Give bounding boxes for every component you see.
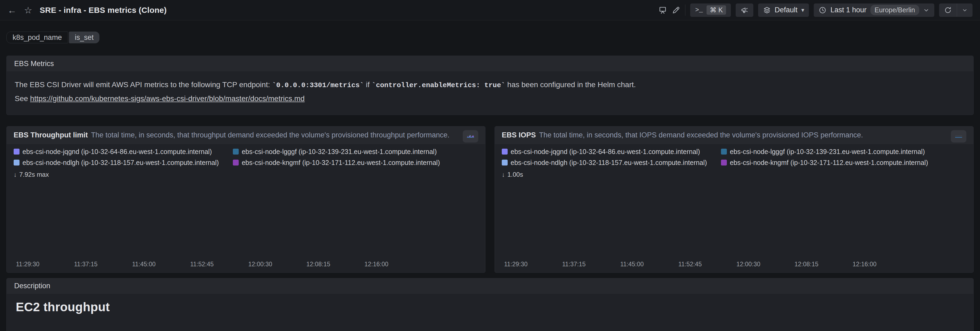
refresh-split-button <box>939 3 972 17</box>
legend-item[interactable]: ebs-csi-node-jqgnd (ip-10-32-64-86.eu-we… <box>502 148 716 156</box>
text-fragment: The EBS CSI Driver will emit AWS API met… <box>15 81 272 89</box>
refresh-sync-icon <box>944 6 952 14</box>
refresh-interval-dropdown[interactable] <box>957 3 972 17</box>
caret-down-icon: ▾ <box>801 7 804 14</box>
legend-color-swatch <box>502 149 508 154</box>
panel-body: EC2 throughput <box>7 294 973 320</box>
layers-icon <box>763 6 771 14</box>
legend-label: ebs-csi-node-kngmf (ip-10-32-171-112.eu-… <box>730 159 928 167</box>
legend-item[interactable]: ebs-csi-node-lgggf (ip-10-32-139-231.eu-… <box>721 148 944 156</box>
panel-header: EBS Throughput limit The total time, in … <box>7 126 485 144</box>
legend-label: ebs-csi-node-ndlgh (ip-10-32-118-157.eu-… <box>511 159 707 167</box>
x-axis-tick-label: 11:45:00 <box>132 261 156 268</box>
legend-item[interactable]: ebs-csi-node-kngmf (ip-10-32-171-112.eu-… <box>721 159 944 167</box>
x-axis-tick-label: 12:16:00 <box>853 261 877 268</box>
x-axis-tick-label: 12:16:00 <box>364 261 388 268</box>
panel-description: The total time, in seconds, that IOPS de… <box>539 131 863 139</box>
arrow-down-icon: ↓ <box>14 171 17 178</box>
panel-body: The EBS CSI Driver will emit AWS API met… <box>7 72 973 115</box>
edit-dashboard-button[interactable] <box>672 6 680 14</box>
text-fragment: has been configured in the Helm chart. <box>505 81 636 89</box>
command-palette-button[interactable]: >_ ⌘ K <box>690 3 730 17</box>
legend: ebs-csi-node-jqgnd (ip-10-32-64-86.eu-we… <box>495 144 973 168</box>
charts-row: EBS Throughput limit The total time, in … <box>6 126 974 273</box>
ebs-iops-panel: EBS IOPS The total time, in seconds, tha… <box>495 126 974 273</box>
clock-icon <box>819 6 827 14</box>
legend-label: ebs-csi-node-jqgnd (ip-10-32-64-86.eu-we… <box>22 148 212 156</box>
metrics-doc-link[interactable]: https://github.com/kubernetes-sigs/aws-e… <box>30 94 305 103</box>
legend-label: ebs-csi-node-lgggf (ip-10-32-139-231.eu-… <box>730 148 925 156</box>
description-panel: Description EC2 throughput <box>6 278 974 331</box>
legend-color-swatch <box>721 149 727 154</box>
arrow-down-icon: ↓ <box>502 171 505 178</box>
x-axis-tick-label: 11:37:15 <box>74 261 97 268</box>
arrow-left-icon: ← <box>8 6 17 15</box>
filter-key-chip[interactable]: k8s_pod_name <box>6 32 68 43</box>
time-range-label: Last 1 hour <box>830 6 866 14</box>
legend-expand-button[interactable] <box>951 130 966 143</box>
refresh-button[interactable] <box>939 3 957 17</box>
legend-color-swatch <box>14 149 19 154</box>
filter-value-chip[interactable]: is_set <box>69 32 100 43</box>
favorite-star-button[interactable]: ☆ <box>24 6 32 15</box>
panel-title: EBS Metrics <box>7 56 973 72</box>
legend-label: ebs-csi-node-kngmf (ip-10-32-171-112.eu-… <box>242 159 440 167</box>
legend-label: ebs-csi-node-lgggf (ip-10-32-139-231.eu-… <box>242 148 437 156</box>
presentation-screen-icon <box>659 6 667 14</box>
legend-expand-button[interactable] <box>463 130 478 143</box>
toolbar-divider <box>685 5 686 16</box>
legend-color-swatch <box>14 160 19 166</box>
legend-item[interactable]: ebs-csi-node-ndlgh (ip-10-32-118-157.eu-… <box>14 159 228 167</box>
announcements-button[interactable] <box>736 3 753 17</box>
timeseries-chart <box>502 180 966 258</box>
variable-default-dropdown[interactable]: Default ▾ <box>758 3 809 17</box>
legend-color-swatch <box>721 160 727 166</box>
adhoc-filters: k8s_pod_name is_set <box>6 32 974 43</box>
ebs-throughput-limit-panel: EBS Throughput limit The total time, in … <box>6 126 485 273</box>
x-axis-tick-label: 11:29:30 <box>504 261 528 268</box>
x-axis-ticks: 11:29:3011:37:1511:45:0011:52:4512:00:30… <box>14 260 478 269</box>
pencil-icon <box>672 6 680 14</box>
x-axis-tick-label: 11:37:15 <box>562 261 586 268</box>
legend: ebs-csi-node-jqgnd (ip-10-32-64-86.eu-we… <box>7 144 485 168</box>
y-max-label: 7.92s max <box>19 171 49 178</box>
x-axis-tick-label: 12:08:15 <box>306 261 331 268</box>
inline-code: `controller.enableMetrics: true` <box>372 81 505 89</box>
legend-label: ebs-csi-node-ndlgh (ip-10-32-118-157.eu-… <box>22 159 219 167</box>
legend-item[interactable]: ebs-csi-node-ndlgh (ip-10-32-118-157.eu-… <box>502 159 716 167</box>
ebs-see-line: See https://github.com/kubernetes-sigs/a… <box>15 92 965 106</box>
kiosk-mode-button[interactable] <box>659 6 667 14</box>
y-max-label: 1.00s <box>508 171 523 178</box>
cmd-k-shortcut-badge: ⌘ K <box>706 5 726 15</box>
x-axis-tick-label: 12:00:30 <box>248 261 272 268</box>
back-button[interactable]: ← <box>8 6 17 15</box>
top-navigation-bar: ← ☆ SRE - infra - EBS metrics (Clone) >_… <box>0 0 980 20</box>
chevron-down-icon <box>467 133 474 140</box>
legend-label: ebs-csi-node-jqgnd (ip-10-32-64-86.eu-we… <box>511 148 700 156</box>
time-range-picker[interactable]: Last 1 hour Europe/Berlin <box>814 3 934 17</box>
plot-area[interactable] <box>14 180 478 258</box>
legend-color-swatch <box>233 149 239 154</box>
chevron-down-icon <box>962 7 968 13</box>
inline-code: `0.0.0.0:3301/metrics` <box>272 81 364 89</box>
description-heading: EC2 throughput <box>16 300 964 314</box>
legend-item[interactable]: ebs-csi-node-lgggf (ip-10-32-139-231.eu-… <box>233 148 456 156</box>
x-axis-tick-label: 12:00:30 <box>737 261 760 268</box>
timeseries-chart <box>14 180 478 258</box>
timezone-badge: Europe/Berlin <box>870 5 919 15</box>
variable-default-value: Default <box>775 6 798 14</box>
legend-color-swatch <box>502 160 508 166</box>
see-prefix: See <box>15 94 30 103</box>
legend-item[interactable]: ebs-csi-node-jqgnd (ip-10-32-64-86.eu-we… <box>14 148 228 156</box>
x-axis-tick-label: 11:29:30 <box>16 261 40 268</box>
terminal-prompt-icon: >_ <box>695 6 703 14</box>
legend-item[interactable]: ebs-csi-node-kngmf (ip-10-32-171-112.eu-… <box>233 159 456 167</box>
plot-area[interactable] <box>502 180 966 258</box>
panel-header: EBS IOPS The total time, in seconds, tha… <box>495 126 973 144</box>
panel-title: EBS IOPS <box>502 131 536 139</box>
panel-description: The total time, in seconds, that through… <box>91 131 449 139</box>
x-axis-tick-label: 11:52:45 <box>678 261 702 268</box>
x-axis-ticks: 11:29:3011:37:1511:45:0011:52:4512:00:30… <box>502 260 966 269</box>
panel-title: Description <box>7 278 973 294</box>
x-axis-tick-label: 11:52:45 <box>190 261 213 268</box>
